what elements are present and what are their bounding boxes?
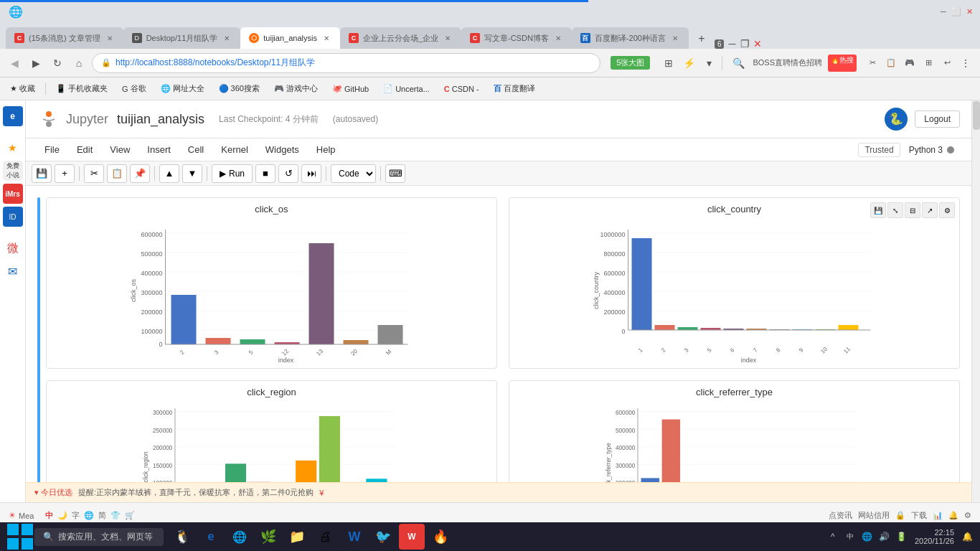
chart-settings-icon[interactable]: ⚙ (939, 202, 955, 218)
sys-icon-sound[interactable]: 🔊 (877, 529, 892, 544)
sys-icon-battery[interactable]: 🔋 (895, 529, 909, 544)
dropdown-button[interactable]: ▾ (700, 55, 717, 72)
side-icon-1[interactable]: e (3, 106, 23, 126)
keyboard-shortcuts-button[interactable]: ⌨ (385, 164, 405, 183)
taskbar-app-fire[interactable]: 🔥 (428, 524, 453, 550)
save-button[interactable]: 💾 (32, 164, 52, 183)
tab-write-article[interactable]: C 写文章-CSDN博客 ✕ (461, 27, 572, 49)
taskbar-app-folder[interactable]: 📁 (284, 524, 310, 550)
side-icon-red[interactable]: iMrs (3, 184, 23, 204)
boss-label[interactable]: BOSS直聘情色招聘 (750, 55, 825, 72)
minimize-btn[interactable]: ─ (727, 39, 737, 49)
tab-article-management[interactable]: C (15条消息) 文章管理 ✕ (6, 27, 123, 49)
tab6-close-button[interactable]: ✕ (670, 33, 680, 43)
tab4-close-button[interactable]: ✕ (443, 33, 453, 43)
restart-button[interactable]: ↺ (278, 164, 298, 183)
restore-button[interactable]: ⬜ (951, 6, 961, 17)
taskbar-app-ie[interactable]: 🌐 (227, 524, 253, 550)
taskbar-app-edge[interactable]: e (198, 524, 224, 550)
menu-help[interactable]: Help (309, 141, 343, 158)
side-icon-weibo[interactable]: 微 (3, 238, 23, 258)
move-up-button[interactable]: ▲ (159, 164, 179, 183)
new-tab-button[interactable]: + (692, 29, 712, 49)
sys-icon-network[interactable]: 🌐 (860, 529, 875, 544)
grid-view-button[interactable]: ⊞ (660, 55, 677, 72)
copy-button[interactable]: 📋 (107, 164, 127, 183)
scrollbar[interactable] (971, 100, 980, 502)
menu-insert[interactable]: Insert (140, 141, 178, 158)
tab2-close-button[interactable]: ✕ (222, 33, 232, 43)
minimize-button[interactable]: ─ (938, 6, 948, 17)
menu-button[interactable]: ⋮ (957, 55, 974, 72)
scrollbar-thumb[interactable] (973, 101, 980, 130)
bookmark-github[interactable]: 🐙 GitHub (328, 83, 373, 95)
more-ext-4[interactable]: ⊞ (920, 55, 937, 72)
fast-forward-button[interactable]: ⏭ (301, 164, 321, 183)
side-icon-star[interactable]: ★ (3, 138, 23, 158)
menu-cell[interactable]: Cell (181, 141, 211, 158)
bookmark-google[interactable]: G 谷歌 (118, 82, 151, 95)
chart-axes-icon[interactable]: ⊟ (905, 202, 920, 218)
taskbar-time[interactable]: 22:15 2020/11/26 (915, 528, 954, 545)
tab5-close-button[interactable]: ✕ (553, 33, 563, 43)
taskbar-search[interactable]: 🔍 搜索应用、文档、网页等 (34, 528, 164, 546)
bookmark-uncertain[interactable]: 📄 Uncerta... (379, 83, 434, 95)
bookmark-favorites[interactable]: ★ 收藏 (6, 82, 39, 95)
close-button[interactable]: ✕ (964, 6, 974, 17)
close-btn-top[interactable]: ✕ (753, 39, 763, 49)
tab-desktop[interactable]: D Desktop/11月组队学 ✕ (123, 27, 241, 49)
menu-widgets[interactable]: Widgets (258, 141, 306, 158)
paste-button[interactable]: 📌 (130, 164, 150, 183)
taskbar-app-printer[interactable]: 🖨 (313, 524, 339, 550)
side-icon-blue[interactable]: ID (3, 207, 23, 227)
bookmark-baidu-translate[interactable]: 百 百度翻译 (489, 82, 540, 95)
tab-baidu-translate[interactable]: 百 百度翻译-200种语言 ✕ (572, 27, 689, 49)
cut-button[interactable]: ✂ (84, 164, 104, 183)
refresh-button[interactable]: ↻ (49, 55, 66, 72)
bookmark-csdn[interactable]: C CSDN - (440, 83, 484, 95)
taskbar-app-word[interactable]: W (341, 524, 367, 550)
tab1-close-button[interactable]: ✕ (105, 33, 115, 43)
forward-button[interactable]: ▶ (27, 55, 44, 72)
side-icon-mail[interactable]: ✉ (3, 261, 23, 281)
more-ext-1[interactable]: ✂ (864, 55, 881, 72)
menu-file[interactable]: File (37, 141, 67, 158)
undo-button[interactable]: ↩ (938, 55, 956, 72)
chart-export-icon[interactable]: ↗ (922, 202, 938, 218)
bookmark-game[interactable]: 🎮 游戏中心 (270, 82, 322, 95)
taskbar-app-bird[interactable]: 🐦 (370, 524, 396, 550)
bookmark-nav[interactable]: 🌐 网址大全 (156, 82, 209, 95)
move-down-button[interactable]: ▼ (182, 164, 202, 183)
sys-icon-lang[interactable]: 中 (843, 529, 857, 544)
menu-edit[interactable]: Edit (70, 141, 100, 158)
url-bar[interactable]: 🔒 http://localhost:8888/notebooks/Deskto… (92, 53, 600, 73)
menu-view[interactable]: View (103, 141, 137, 158)
notebook-name[interactable]: tuijian_analysis (117, 112, 204, 127)
tab3-close-button[interactable]: ✕ (321, 33, 331, 43)
restore-btn[interactable]: ❐ (740, 39, 750, 49)
taskbar-app-word2[interactable]: W (399, 524, 425, 550)
extension-button[interactable]: ⚡ (680, 55, 697, 72)
back-button[interactable]: ◀ (6, 55, 23, 72)
chart-expand-icon[interactable]: ⤡ (887, 202, 903, 218)
notification-button[interactable]: 🔔 (960, 529, 974, 544)
tab-tuijian[interactable]: ⬡ tuijian_analysis ✕ (240, 27, 340, 49)
taskbar-app-green[interactable]: 🌿 (255, 524, 281, 550)
add-cell-button[interactable]: + (55, 164, 75, 183)
more-ext-3[interactable]: 🎮 (901, 55, 918, 72)
home-button[interactable]: ⌂ (70, 55, 88, 72)
run-button[interactable]: ▶ Run (212, 164, 253, 183)
menu-kernel[interactable]: Kernel (214, 141, 255, 158)
logout-button[interactable]: Logout (915, 110, 960, 128)
cell-type-select[interactable]: Code (331, 164, 376, 183)
sys-icon-up[interactable]: ^ (826, 529, 840, 544)
bookmark-mobile[interactable]: 📱 手机收藏夹 (52, 82, 112, 95)
more-ext-2[interactable]: 📋 (882, 55, 900, 72)
bookmark-360[interactable]: 🔵 360搜索 (215, 82, 264, 95)
search-button[interactable]: 🔍 (730, 55, 747, 72)
interrupt-button[interactable]: ■ (255, 164, 275, 183)
side-icon-text1[interactable]: 免费小说 (3, 161, 23, 181)
tab-enterprise[interactable]: C 企业上云分会场_企业 ✕ (340, 27, 461, 49)
start-button[interactable] (6, 522, 34, 551)
big-picture-button[interactable]: 5张大图 (611, 56, 650, 70)
